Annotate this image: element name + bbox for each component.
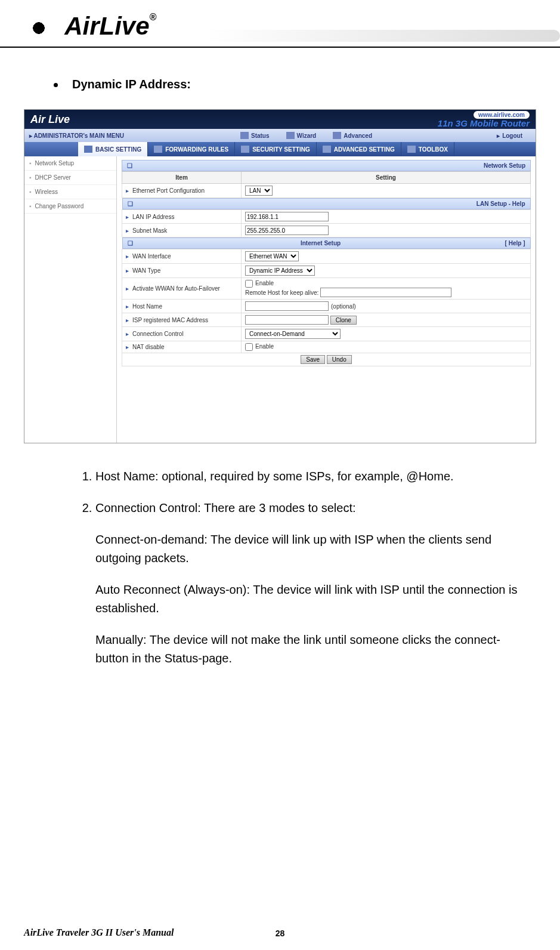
row-eth-port: Ethernet Port Configuration [122, 184, 242, 198]
tab-toolbox[interactable]: TOOLBOX [401, 142, 454, 156]
col-setting: Setting [242, 172, 531, 184]
row-lan-ip: LAN IP Address [122, 210, 242, 224]
sidebar-item-wireless[interactable]: Wireless [24, 185, 116, 199]
undo-button[interactable]: Undo [327, 355, 352, 364]
logo-registered: ® [150, 12, 157, 22]
forwarding-icon [154, 146, 162, 153]
manual-name: AirLive Traveler 3G II User's Manual [24, 927, 174, 938]
tab-basic-setting[interactable]: BASIC SETTING [78, 142, 148, 156]
row-subnet: Subnet Mask [122, 224, 242, 237]
save-button[interactable]: Save [301, 355, 325, 364]
clone-button[interactable]: Clone [330, 316, 357, 325]
conn-ctrl-select[interactable]: Connect-on-Demand [245, 329, 341, 339]
row-wwan-failover: Activate WWAN for Auto-Failover [122, 278, 242, 300]
list-item-1: Host Name: optional, required by some IS… [95, 467, 524, 486]
airlive-logo: AirLive® [24, 12, 156, 40]
sidebar: Network Setup DHCP Server Wireless Chang… [24, 156, 117, 443]
sidebar-item-changepw[interactable]: Change Password [24, 199, 116, 214]
eth-port-select[interactable]: LAN [245, 186, 273, 196]
menu-advanced[interactable]: Advanced [333, 132, 372, 139]
main-menu-title: ▸ ADMINISTRATOR's MAIN MENU [29, 132, 124, 139]
advanced-icon [333, 132, 341, 139]
list-item-2: Connection Control: There are 3 modes to… [95, 499, 524, 517]
panel-network-setup: Network Setup [122, 160, 531, 171]
wizard-icon [286, 132, 295, 139]
row-host-name: Host Name [122, 300, 242, 313]
tab-advanced-setting[interactable]: ADVANCED SETTING [317, 142, 401, 156]
header-decor [202, 30, 560, 42]
panel-internet-setup: Internet Setup[ Help ] [122, 237, 531, 249]
status-icon [240, 132, 249, 139]
advset-icon [323, 146, 331, 153]
sidebar-item-network[interactable]: Network Setup [24, 156, 116, 171]
row-wan-if: WAN Interface [122, 249, 242, 264]
router-header: Air Live www.airlive.com 11n 3G Mobile R… [24, 110, 536, 129]
row-nat-disable: NAT disable [122, 341, 242, 353]
settings-table: Item Setting Ethernet Port Configuration… [122, 171, 531, 366]
router-ui-screenshot: Air Live www.airlive.com 11n 3G Mobile R… [24, 109, 536, 443]
help-link[interactable]: [ Help ] [505, 240, 525, 246]
menu-status[interactable]: Status [240, 132, 270, 139]
bullet-icon [54, 83, 58, 87]
page-number: 28 [276, 929, 285, 938]
remote-host-input[interactable] [320, 288, 451, 297]
document-header: AirLive® [0, 0, 560, 48]
subnet-input[interactable] [245, 226, 329, 235]
main-menu: ▸ ADMINISTRATOR's MAIN MENU Status Wizar… [24, 129, 536, 142]
nat-disable-label: Enable [255, 343, 274, 350]
panel-lan-help: LAN Setup - Help [122, 198, 531, 209]
tab-security-setting[interactable]: SECURITY SETTING [235, 142, 317, 156]
wan-if-select[interactable]: Ethernet WAN [245, 251, 299, 261]
para-connect-on-demand: Connect-on-demand: The device will link … [95, 530, 524, 567]
router-logo: Air Live [30, 113, 70, 126]
col-item: Item [122, 172, 242, 184]
basic-icon [84, 146, 92, 153]
toolbox-icon [407, 146, 416, 153]
action-row: Save Undo [122, 353, 531, 366]
wan-type-select[interactable]: Dynamic IP Address [245, 266, 315, 276]
nat-disable-checkbox[interactable] [245, 343, 253, 351]
sub-menu: BASIC SETTING FORWARDING RULES SECURITY … [24, 142, 536, 156]
body-text: Host Name: optional, required by some IS… [78, 467, 524, 668]
content-layout: Network Setup DHCP Server Wireless Chang… [24, 156, 536, 443]
sidebar-item-dhcp[interactable]: DHCP Server [24, 171, 116, 185]
router-header-right: www.airlive.com 11n 3G Mobile Router [438, 111, 530, 128]
row-conn-ctrl: Connection Control [122, 327, 242, 341]
isp-mac-input[interactable] [245, 315, 329, 325]
menu-wizard[interactable]: Wizard [286, 132, 317, 139]
content-pane: Network Setup Item Setting Ethernet Port… [117, 156, 536, 443]
wwan-enable-label: Enable [255, 280, 274, 286]
optional-note: (optional) [331, 303, 356, 310]
section-heading: Dynamic IP Address: [54, 78, 560, 91]
row-wan-type: WAN Type [122, 264, 242, 278]
wwan-enable-checkbox[interactable] [245, 280, 253, 288]
row-isp-mac: ISP registered MAC Address [122, 313, 242, 327]
page-footer: AirLive Traveler 3G II User's Manual 28 [24, 927, 536, 938]
remote-host-label: Remote Host for keep alive: [245, 289, 318, 296]
host-name-input[interactable] [245, 301, 329, 311]
security-icon [241, 146, 249, 153]
para-manually: Manually: The device will not make the l… [95, 631, 524, 668]
tagline: 11n 3G Mobile Router [438, 118, 530, 128]
tab-forwarding-rules[interactable]: FORWARDING RULES [148, 142, 235, 156]
logo-text: AirLive [64, 12, 149, 40]
lan-ip-input[interactable] [245, 212, 329, 221]
heading-text: Dynamic IP Address: [72, 78, 191, 91]
para-auto-reconnect: Auto Reconnect (Always-on): The device w… [95, 581, 524, 618]
menu-logout[interactable]: ▸ Logout [497, 132, 522, 139]
